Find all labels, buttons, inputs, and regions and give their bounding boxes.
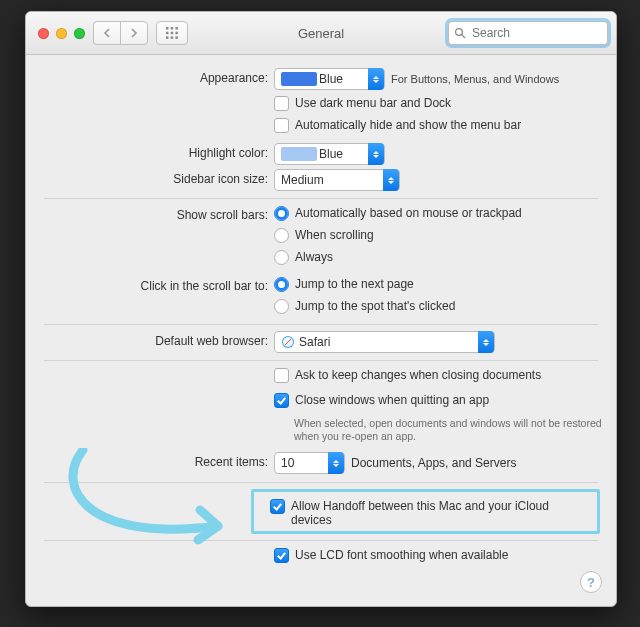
highlight-label: Highlight color: xyxy=(26,143,274,160)
scrollbars-always-label: Always xyxy=(295,249,333,264)
separator xyxy=(44,324,598,325)
separator xyxy=(44,360,598,361)
chevron-right-icon xyxy=(130,28,138,38)
svg-rect-4 xyxy=(171,32,174,35)
row-recent: Recent items: 10 Documents, Apps, and Se… xyxy=(26,452,616,474)
updown-icon xyxy=(368,143,384,165)
row-click-scroll: Click in the scroll bar to: Jump to the … xyxy=(26,276,616,317)
ask-label: Ask to keep changes when closing documen… xyxy=(295,367,541,382)
click-scroll-label: Click in the scroll bar to: xyxy=(26,276,274,293)
click-scroll-page-label: Jump to the next page xyxy=(295,276,414,291)
recent-label: Recent items: xyxy=(26,452,274,469)
row-appearance: Appearance: Blue For Buttons, Menus, and… xyxy=(26,68,616,90)
show-all-button[interactable] xyxy=(156,21,188,45)
scrollbars-auto-radio[interactable] xyxy=(274,206,289,221)
dark-mode-label: Use dark menu bar and Dock xyxy=(295,95,451,110)
highlight-value: Blue xyxy=(319,147,343,161)
scrollbars-always-radio[interactable] xyxy=(274,250,289,265)
scrollbars-when-label: When scrolling xyxy=(295,227,374,242)
handoff-highlight: Allow Handoff between this Mac and your … xyxy=(251,489,600,534)
scrollbars-when-radio[interactable] xyxy=(274,228,289,243)
auto-hide-checkbox[interactable] xyxy=(274,118,289,133)
recent-popup[interactable]: 10 xyxy=(274,452,345,474)
lcd-checkbox[interactable] xyxy=(274,548,289,563)
row-browser: Default web browser: Safari xyxy=(26,331,616,353)
svg-rect-5 xyxy=(175,32,178,35)
content-area: Appearance: Blue For Buttons, Menus, and… xyxy=(26,54,616,606)
lcd-label: Use LCD font smoothing when available xyxy=(295,547,508,562)
highlight-swatch xyxy=(281,147,317,161)
svg-rect-2 xyxy=(175,27,178,30)
separator xyxy=(44,198,598,199)
click-scroll-spot-radio[interactable] xyxy=(274,299,289,314)
row-lcd: Use LCD font smoothing when available xyxy=(26,547,616,569)
click-scroll-spot-label: Jump to the spot that's clicked xyxy=(295,298,455,313)
scrollbars-label: Show scroll bars: xyxy=(26,205,274,222)
appearance-popup[interactable]: Blue xyxy=(274,68,385,90)
svg-rect-3 xyxy=(166,32,169,35)
close-windows-hint: When selected, open documents and window… xyxy=(294,417,604,443)
handoff-label: Allow Handoff between this Mac and your … xyxy=(291,498,587,527)
appearance-value: Blue xyxy=(319,72,343,86)
chevron-left-icon xyxy=(103,28,111,38)
back-button[interactable] xyxy=(93,21,120,45)
svg-rect-0 xyxy=(166,27,169,30)
sidebar-value: Medium xyxy=(281,173,324,187)
svg-point-9 xyxy=(456,29,463,36)
safari-icon xyxy=(281,335,295,349)
close-windows-checkbox[interactable] xyxy=(274,393,289,408)
svg-rect-6 xyxy=(166,36,169,39)
updown-icon xyxy=(328,452,344,474)
svg-rect-7 xyxy=(171,36,174,39)
search-field[interactable] xyxy=(448,21,608,45)
grid-icon xyxy=(165,26,179,40)
svg-rect-1 xyxy=(171,27,174,30)
zoom-icon[interactable] xyxy=(74,28,85,39)
separator xyxy=(44,482,598,483)
general-preferences-window: General Appearance: Blue For Buttons, Me… xyxy=(25,11,617,607)
recent-note: Documents, Apps, and Servers xyxy=(351,456,516,470)
search-input[interactable] xyxy=(470,25,602,41)
ask-checkbox[interactable] xyxy=(274,368,289,383)
row-highlight: Highlight color: Blue xyxy=(26,143,616,165)
close-icon[interactable] xyxy=(38,28,49,39)
row-ask: Ask to keep changes when closing documen… xyxy=(26,367,616,443)
svg-line-10 xyxy=(462,35,465,38)
row-sidebar: Sidebar icon size: Medium xyxy=(26,169,616,191)
handoff-checkbox[interactable] xyxy=(270,499,285,514)
updown-icon xyxy=(368,68,384,90)
browser-label: Default web browser: xyxy=(26,331,274,348)
help-button[interactable]: ? xyxy=(580,571,602,593)
separator xyxy=(44,540,598,541)
forward-button[interactable] xyxy=(120,21,148,45)
auto-hide-label: Automatically hide and show the menu bar xyxy=(295,117,521,132)
window-controls xyxy=(34,28,85,39)
highlight-popup[interactable]: Blue xyxy=(274,143,385,165)
svg-rect-8 xyxy=(175,36,178,39)
appearance-label: Appearance: xyxy=(26,68,274,85)
browser-popup[interactable]: Safari xyxy=(274,331,495,353)
row-scrollbars: Show scroll bars: Automatically based on… xyxy=(26,205,616,268)
appearance-note: For Buttons, Menus, and Windows xyxy=(391,73,559,85)
titlebar: General xyxy=(26,12,616,55)
dark-mode-checkbox[interactable] xyxy=(274,96,289,111)
appearance-swatch xyxy=(281,72,317,86)
updown-icon xyxy=(478,331,494,353)
nav-segmented xyxy=(93,21,148,45)
browser-value: Safari xyxy=(299,335,330,349)
row-auto-hide: Automatically hide and show the menu bar xyxy=(26,117,616,139)
recent-value: 10 xyxy=(281,456,294,470)
updown-icon xyxy=(383,169,399,191)
search-icon xyxy=(454,27,466,39)
sidebar-label: Sidebar icon size: xyxy=(26,169,274,186)
scrollbars-auto-label: Automatically based on mouse or trackpad xyxy=(295,205,522,220)
sidebar-popup[interactable]: Medium xyxy=(274,169,400,191)
minimize-icon[interactable] xyxy=(56,28,67,39)
row-dark-mode: Use dark menu bar and Dock xyxy=(26,95,616,117)
close-windows-label: Close windows when quitting an app xyxy=(295,392,489,407)
click-scroll-page-radio[interactable] xyxy=(274,277,289,292)
